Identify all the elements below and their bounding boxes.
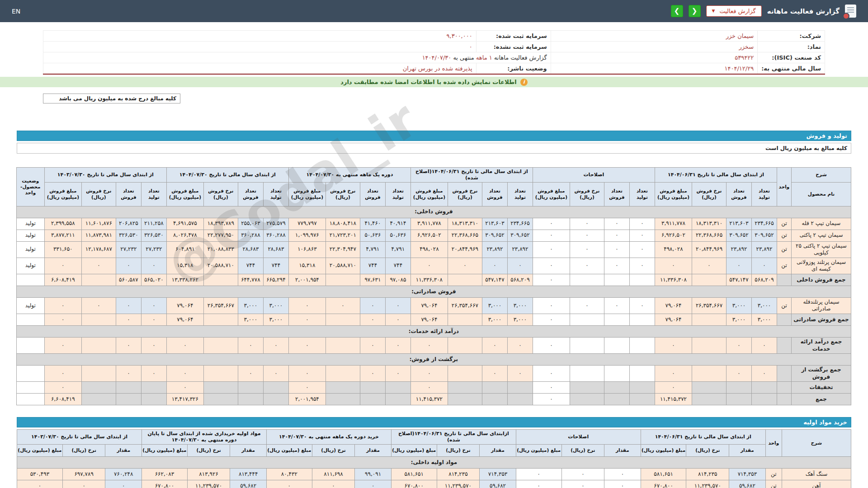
- next-report-button[interactable]: ❯: [689, 5, 701, 17]
- table-row: سیمان پرتلند پوزولانی کیسه ایتن۰۰۰۰۰۰۰۰۰…: [16, 258, 851, 274]
- value-cell: ۷۴۴: [360, 258, 385, 274]
- section-row-cell: مواد اولیه داخلی:: [17, 456, 851, 468]
- row-name-cell: جمع فروش داخلی: [792, 274, 851, 286]
- value-cell: ۵۹,۶۸۲: [230, 480, 267, 488]
- value-cell: [326, 382, 360, 394]
- status-cell: [16, 366, 44, 382]
- sub-header: مبلغ (میلیون ریال): [516, 444, 561, 456]
- section-row-cell: فروش داخلی:: [16, 206, 851, 218]
- value-cell: ۱۵,۳۱۸: [166, 258, 203, 274]
- value-cell: [116, 394, 141, 405]
- value-cell: ۸,۰۲۶,۴۷۸: [166, 230, 203, 241]
- value-cell: ۰: [410, 338, 448, 354]
- value-cell: ۲۰,۵۸۸,۷۱۰: [203, 258, 238, 274]
- company-value[interactable]: سیمان خزر: [551, 31, 757, 42]
- value-cell: ۶۰۴,۸۹۱: [166, 241, 203, 258]
- value-cell: ۰: [604, 297, 629, 314]
- value-cell: ۲,۳۹۹,۵۵۸: [44, 218, 81, 230]
- value-cell: [326, 274, 360, 286]
- info-value-text: ۱۴۰۴/۰۷/۳۰: [422, 54, 452, 61]
- value-cell: ۹۷,۶۳۱: [360, 274, 385, 286]
- value-cell: ۱۱,۳۳۶,۳۰۸: [655, 274, 692, 286]
- table-row: سیمان تیپ ۲ فلهتن۲۳۴,۶۶۵۲۱۳,۶۰۳۱۸,۳۱۳,۳۱…: [16, 218, 851, 230]
- value-cell: ۰: [360, 314, 385, 326]
- value-cell: ۰: [507, 338, 533, 354]
- value-cell: ۰: [44, 366, 81, 382]
- language-toggle-link[interactable]: EN: [12, 8, 20, 15]
- section-row-cell: برگشت از فروش:: [16, 354, 851, 366]
- sub-header: نرخ (ریال): [437, 444, 480, 456]
- page-title: گزارش فعالیت ماهانه: [767, 7, 840, 15]
- value-cell: ۳,۹۱۱,۷۷۸: [655, 218, 692, 230]
- value-cell: [263, 394, 288, 405]
- table-row: جمع درآمد ارائه خدمات۰۰۰۰۰۰۰۰۰۰۰۰۰۰۰۰: [16, 338, 851, 354]
- value-cell: ۳۶۰,۲۸۸: [238, 230, 263, 241]
- value-cell: ۲۳,۸۹۲: [482, 241, 507, 258]
- value-cell: ۰: [385, 366, 410, 382]
- value-cell: [385, 382, 410, 394]
- report-type-dropdown[interactable]: گزارش فعالیت ▼: [706, 5, 762, 17]
- value-cell: ۴۰,۹۱۴: [385, 218, 410, 230]
- value-cell: ۰: [288, 366, 326, 382]
- row-name-cell: جمع برگشت از فروش: [792, 366, 851, 382]
- row-name-cell: سنگ آهک: [782, 468, 851, 480]
- value-cell: ۰: [629, 258, 655, 274]
- value-cell: ۳۰۹,۶۵۲: [507, 230, 533, 241]
- value-cell: [692, 382, 726, 394]
- unit-header: واحد: [777, 168, 792, 206]
- table-row: آهنتن۵۹,۶۸۲۱۱,۲۳۹,۵۷۰۶۷۰,۸۰۰۰۰۰۵۹,۶۸۲۱۱,…: [17, 480, 851, 488]
- unit-header: واحد: [765, 430, 782, 457]
- value-cell: ۲۱۱,۲۵۸: [141, 218, 166, 230]
- value-cell: ۲۳,۸۹۲: [752, 241, 777, 258]
- value-cell: [570, 274, 604, 286]
- value-cell: ۰: [533, 258, 570, 274]
- value-cell: ۰: [385, 314, 410, 326]
- value-cell: ۲۳,۸۹۲: [507, 241, 533, 258]
- value-cell: ۵۶۸,۲۰۹: [752, 274, 777, 286]
- prev-report-button[interactable]: ❮: [671, 5, 683, 17]
- value-cell: ۳۰۹,۶۵۲: [726, 230, 752, 241]
- sub-header: تعداد تولید: [752, 182, 777, 206]
- purchase-table: شرحواحداز ابتدای سال مالی تا تاریخ ۱۴۰۴/…: [17, 429, 851, 488]
- sub-header: مبلغ فروش (میلیون ریال): [655, 182, 692, 206]
- value-cell: [604, 274, 629, 286]
- info-label-text: سرمایه ثبت شده:: [496, 33, 547, 39]
- value-cell: ۲۲,۳۰۴,۹۴۷: [326, 241, 360, 258]
- value-cell: ۳,۰۰۰: [507, 314, 533, 326]
- row-name-cell: سیمان پرتلند پوزولانی کیسه ای: [792, 258, 851, 274]
- value-cell: ۱۲,۱۷۸,۶۸۷: [81, 241, 116, 258]
- value-cell: ۷۹,۰۶۴: [655, 314, 692, 326]
- value-cell: ۰: [326, 297, 360, 314]
- value-cell: ۱۱,۲۳۹,۵۷۰: [187, 480, 230, 488]
- sub-header: مبلغ فروش (میلیون ریال): [44, 182, 81, 206]
- desc-header: شرح: [792, 168, 851, 183]
- value-cell: [385, 394, 410, 405]
- value-cell: ۱۸,۳۹۳,۷۸۹: [203, 218, 238, 230]
- info-label-text: کد صنعت (ISIC):: [772, 54, 821, 61]
- period-group-header: از ابتدای سال مالی تا تاریخ ۱۴۰۴/۰۷/۳۰: [166, 168, 288, 183]
- value-cell: ۰: [360, 366, 385, 382]
- value-cell: ۰: [141, 366, 166, 382]
- value-cell: ۰: [604, 480, 641, 488]
- value-cell: [629, 394, 655, 405]
- value-cell: [482, 382, 507, 394]
- sub-header: نرخ فروش (ریال): [570, 182, 604, 206]
- value-cell: ۲۷,۲۳۲: [116, 241, 141, 258]
- value-cell: ۸۰,۴۳۲: [266, 468, 312, 480]
- sub-header: تعداد فروش: [238, 182, 263, 206]
- value-cell: ۰: [629, 218, 655, 230]
- value-cell: ۳,۰۰۰: [263, 297, 288, 314]
- value-cell: ۷۱۴,۳۵۳: [729, 468, 766, 480]
- value-cell: ۳,۹۱۱,۷۷۸: [410, 218, 448, 230]
- unit-cell: تن: [777, 218, 792, 230]
- value-cell: [203, 274, 238, 286]
- value-cell: ۱۸,۸۰۸,۴۱۸: [326, 218, 360, 230]
- symbol-value[interactable]: سخزر: [551, 42, 757, 52]
- period-group-header: دوره یک ماهه منتهی به ۱۴۰۴/۰۷/۳۰: [288, 168, 410, 183]
- info-value-text: سخزر: [739, 43, 754, 50]
- value-cell: ۰: [516, 480, 561, 488]
- value-cell: ۶۷۰,۸۰۰: [641, 480, 686, 488]
- value-cell: ۳,۸۷۷,۲۱۱: [44, 230, 81, 241]
- value-cell: ۲۷,۲۳۲: [141, 241, 166, 258]
- value-cell: ۰: [655, 258, 692, 274]
